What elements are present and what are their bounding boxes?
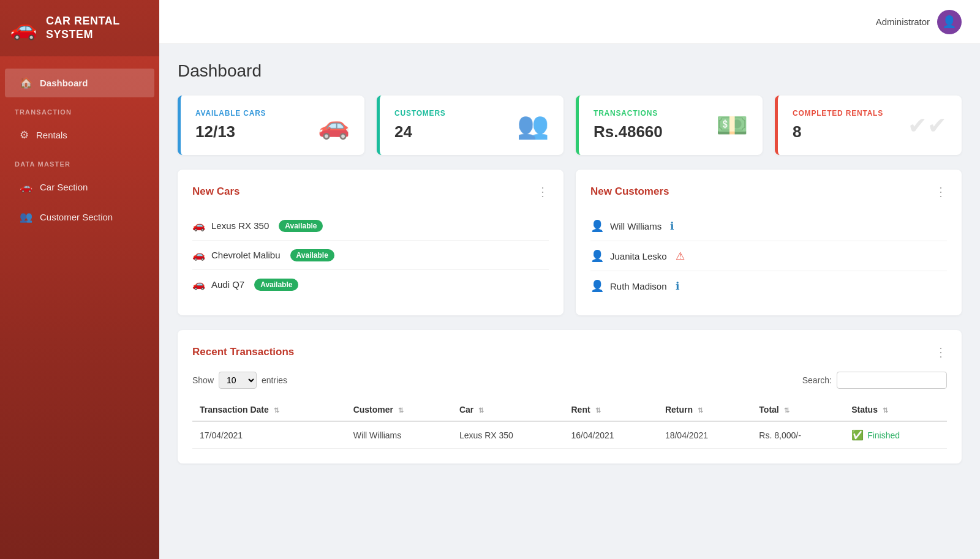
car-item-icon: 🚗 (192, 249, 205, 261)
customer-item-ruth: 👤 Ruth Madison ℹ (590, 271, 947, 301)
car-status-badge: Available (279, 220, 323, 232)
customer-name: Ruth Madison (610, 281, 667, 291)
new-cars-panel: New Cars ⋮ 🚗 Lexus RX 350 Available 🚗 Ch… (178, 170, 564, 315)
stat-cards-row: AVAILABLE CARS 12/13 🚗 CUSTOMERS 24 👥 TR… (178, 96, 962, 155)
transactions-table: Transaction Date ⇅ Customer ⇅ Car ⇅ Re (192, 399, 947, 449)
car-icon: 🚗 (20, 181, 32, 193)
car-item-name: Audi Q7 (211, 279, 244, 290)
money-stat-icon: 💵 (716, 110, 748, 140)
stat-card-transactions: TRANSACTIONS Rs.48660 💵 (576, 96, 763, 155)
col-customer[interactable]: Customer ⇅ (346, 399, 452, 421)
transactions-menu-icon[interactable]: ⋮ (935, 345, 947, 359)
table-header-row: Transaction Date ⇅ Customer ⇅ Car ⇅ Re (192, 399, 947, 421)
transactions-panel-header: Recent Transactions ⋮ (192, 345, 947, 359)
available-cars-label: AVAILABLE CARS (195, 109, 266, 118)
topbar-username: Administrator (876, 17, 930, 27)
col-status[interactable]: Status ⇅ (844, 399, 947, 421)
sidebar-item-rentals[interactable]: ⚙ Rentals (5, 121, 154, 149)
cell-car: Lexus RX 350 (452, 421, 564, 449)
car-status-badge: Available (290, 249, 334, 261)
show-entries-control: Show 10 25 50 100 entries (192, 372, 287, 389)
new-cars-panel-header: New Cars ⋮ (192, 184, 549, 199)
customer-info-icon-blue: ℹ (676, 280, 679, 293)
new-cars-menu-icon[interactable]: ⋮ (537, 184, 549, 199)
stat-card-completed-rentals: COMPLETED RENTALS 8 ✔✔ (775, 96, 962, 155)
customer-avatar-icon: 👤 (590, 219, 604, 233)
col-total[interactable]: Total ⇅ (752, 399, 844, 421)
transactions-title: Recent Transactions (192, 346, 294, 358)
checkmark-stat-icon: ✔✔ (908, 112, 947, 139)
status-finished: ✅ Finished (851, 429, 940, 441)
new-cars-title: New Cars (192, 186, 239, 198)
status-label: Finished (867, 430, 900, 440)
new-cars-list: 🚗 Lexus RX 350 Available 🚗 Chevrolet Mal… (192, 211, 549, 299)
sidebar: 🚗 CAR RENTAL SYSTEM 🏠 Dashboard TRANSACT… (0, 0, 159, 559)
sidebar-item-dashboard[interactable]: 🏠 Dashboard (5, 69, 154, 97)
nav-section-data-master: DATA MASTER (0, 151, 159, 171)
stat-card-customers: CUSTOMERS 24 👥 (377, 96, 564, 155)
car-status-badge: Available (254, 279, 298, 291)
car-item-chevrolet: 🚗 Chevrolet Malibu Available (192, 241, 549, 270)
table-row: 17/04/2021 Will Williams Lexus RX 350 16… (192, 421, 947, 449)
check-circle-icon: ✅ (851, 429, 864, 441)
nav-section-transaction: TRANSACTION (0, 99, 159, 119)
customers-label: CUSTOMERS (394, 109, 446, 118)
gear-icon: ⚙ (20, 129, 29, 141)
entries-label: entries (262, 375, 287, 385)
car-item-name: Lexus RX 350 (211, 220, 269, 231)
search-label: Search: (802, 375, 832, 385)
sidebar-title: CAR RENTAL SYSTEM (46, 15, 120, 41)
customer-info-icon-blue: ℹ (670, 220, 674, 233)
sidebar-item-customer-section[interactable]: 👥 Customer Section (5, 203, 154, 231)
sort-icon: ⇅ (595, 407, 601, 414)
car-stat-icon: 🚗 (318, 110, 350, 140)
customer-item-will: 👤 Will Williams ℹ (590, 211, 947, 241)
sidebar-item-car-section[interactable]: 🚗 Car Section (5, 173, 154, 201)
sort-icon: ⇅ (478, 407, 484, 414)
transactions-table-body: 17/04/2021 Will Williams Lexus RX 350 16… (192, 421, 947, 449)
sort-icon: ⇅ (883, 407, 888, 414)
car-item-audi: 🚗 Audi Q7 Available (192, 270, 549, 299)
customer-avatar-icon: 👤 (590, 279, 604, 293)
table-controls: Show 10 25 50 100 entries Search: (192, 372, 947, 389)
customer-name: Will Williams (610, 221, 662, 231)
stat-card-available-cars: AVAILABLE CARS 12/13 🚗 (178, 96, 364, 155)
sidebar-header: 🚗 CAR RENTAL SYSTEM (0, 0, 159, 56)
topbar: Administrator 👤 (159, 0, 980, 44)
transactions-label: TRANSACTIONS (594, 109, 663, 118)
new-customers-title: New Customers (590, 186, 669, 198)
customer-item-juanita: 👤 Juanita Lesko ⚠ (590, 241, 947, 271)
sort-icon: ⇅ (398, 407, 404, 414)
new-customers-menu-icon[interactable]: ⋮ (935, 184, 947, 199)
customer-avatar-icon: 👤 (590, 249, 604, 263)
cell-return: 18/04/2021 (658, 421, 752, 449)
transactions-table-head: Transaction Date ⇅ Customer ⇅ Car ⇅ Re (192, 399, 947, 421)
show-label: Show (192, 375, 214, 385)
new-customers-panel-header: New Customers ⋮ (590, 184, 947, 199)
customers-value: 24 (394, 122, 446, 141)
new-customers-panel: New Customers ⋮ 👤 Will Williams ℹ 👤 Juan… (576, 170, 962, 315)
customer-name: Juanita Lesko (610, 251, 667, 261)
search-input[interactable] (837, 372, 947, 389)
search-box: Search: (802, 372, 947, 389)
car-item-lexus: 🚗 Lexus RX 350 Available (192, 211, 549, 241)
new-customers-list: 👤 Will Williams ℹ 👤 Juanita Lesko ⚠ 👤 Ru… (590, 211, 947, 301)
completed-rentals-label: COMPLETED RENTALS (793, 109, 883, 118)
entries-select[interactable]: 10 25 50 100 (219, 372, 257, 389)
sort-icon: ⇅ (784, 407, 790, 414)
car-item-name: Chevrolet Malibu (211, 250, 281, 260)
customers-stat-icon: 👥 (517, 110, 549, 140)
available-cars-value: 12/13 (195, 122, 266, 141)
col-car[interactable]: Car ⇅ (452, 399, 564, 421)
col-return[interactable]: Return ⇅ (658, 399, 752, 421)
sort-icon: ⇅ (698, 407, 703, 414)
cell-customer: Will Williams (346, 421, 452, 449)
avatar: 👤 (937, 10, 962, 34)
col-rent[interactable]: Rent ⇅ (564, 399, 658, 421)
page-title: Dashboard (178, 61, 962, 81)
transactions-value: Rs.48660 (594, 122, 663, 141)
cell-transaction-date: 17/04/2021 (192, 421, 346, 449)
completed-rentals-value: 8 (793, 122, 883, 141)
col-transaction-date[interactable]: Transaction Date ⇅ (192, 399, 346, 421)
car-item-icon: 🚗 (192, 278, 205, 291)
